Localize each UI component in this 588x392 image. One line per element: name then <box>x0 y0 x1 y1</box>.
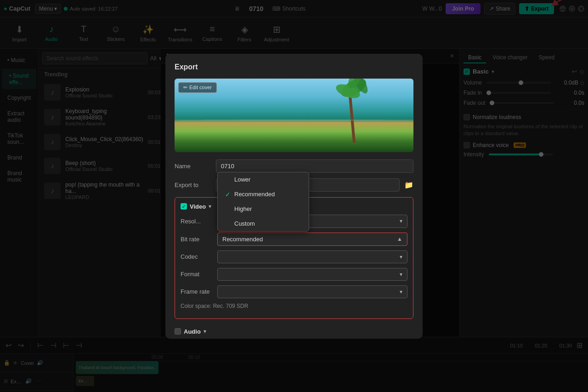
resolution-chevron: ▾ <box>400 218 402 224</box>
dialog-cover: ✏ Edit cover <box>175 79 413 152</box>
framerate-label: Frame rate <box>181 288 217 295</box>
framerate-chevron: ▾ <box>400 289 402 295</box>
dialog-title: Export <box>175 63 413 71</box>
dropdown-item-higher[interactable]: ✓ Higher <box>218 202 309 216</box>
audio-checkbox[interactable] <box>175 328 181 335</box>
option-lower: Lower <box>234 176 250 183</box>
color-space-label: Color space: Rec. 709 SDR <box>181 303 248 309</box>
dropdown-item-recommended[interactable]: ✓ Recommended <box>218 187 309 202</box>
format-label: Format <box>181 271 217 278</box>
codec-row: Codec ▾ <box>181 250 407 263</box>
edit-icon: ✏ <box>183 85 187 91</box>
codec-select[interactable]: ▾ <box>217 250 407 263</box>
color-space-row: Color space: Rec. 709 SDR <box>181 303 407 309</box>
dropdown-item-custom[interactable]: ✓ Custom <box>218 216 309 231</box>
bitrate-chevron: ▲ <box>397 236 402 242</box>
video-section: ✓ Video ▾ Resol... 1080P ▾ Bit rate Reco… <box>175 197 413 319</box>
bitrate-select[interactable]: Recommended ▲ <box>217 233 407 246</box>
audio-section-name: Audio <box>184 328 201 335</box>
format-chevron: ▾ <box>400 271 402 278</box>
edit-cover-button[interactable]: ✏ Edit cover <box>178 82 217 93</box>
name-label: Name <box>175 163 211 170</box>
export-dialog: Export ✏ Edit cover <box>165 54 423 339</box>
bitrate-row: Bit rate Recommended ▲ ✓ Lower ✓ Recomme… <box>181 233 407 246</box>
audio-section: Audio ▾ Format MP3 ▾ <box>175 324 413 339</box>
dropdown-item-lower[interactable]: ✓ Lower <box>218 172 309 187</box>
video-section-arrow[interactable]: ▾ <box>209 203 211 210</box>
video-section-name: Video <box>190 203 206 210</box>
format-row: Format ▾ <box>181 268 407 281</box>
video-checkbox[interactable]: ✓ <box>181 203 187 210</box>
palm-trunk <box>349 79 358 143</box>
option-custom: Custom <box>234 220 255 227</box>
audio-section-header: Audio ▾ <box>175 328 413 335</box>
framerate-row: Frame rate ▾ <box>181 285 407 298</box>
codec-label: Codec <box>181 253 217 260</box>
codec-chevron: ▾ <box>400 254 402 260</box>
bitrate-label: Bit rate <box>181 236 217 243</box>
audio-section-arrow[interactable]: ▾ <box>204 328 206 335</box>
bitrate-value: Recommended <box>222 236 263 243</box>
check-recommended: ✓ <box>225 191 231 198</box>
folder-button[interactable]: 📁 <box>404 181 413 189</box>
name-input[interactable] <box>216 159 413 173</box>
bitrate-dropdown: ✓ Lower ✓ Recommended ✓ Higher ✓ Custom <box>217 172 309 232</box>
modal-overlay: Export ✏ Edit cover <box>0 0 588 392</box>
name-field-row: Name <box>175 159 413 173</box>
option-higher: Higher <box>234 205 252 212</box>
export-to-label: Export to <box>175 182 211 188</box>
option-recommended: Recommended <box>234 191 275 198</box>
format-select[interactable]: ▾ <box>217 268 407 281</box>
resolution-label: Resol... <box>181 218 217 225</box>
framerate-select[interactable]: ▾ <box>217 285 407 298</box>
edit-cover-label: Edit cover <box>189 85 212 90</box>
